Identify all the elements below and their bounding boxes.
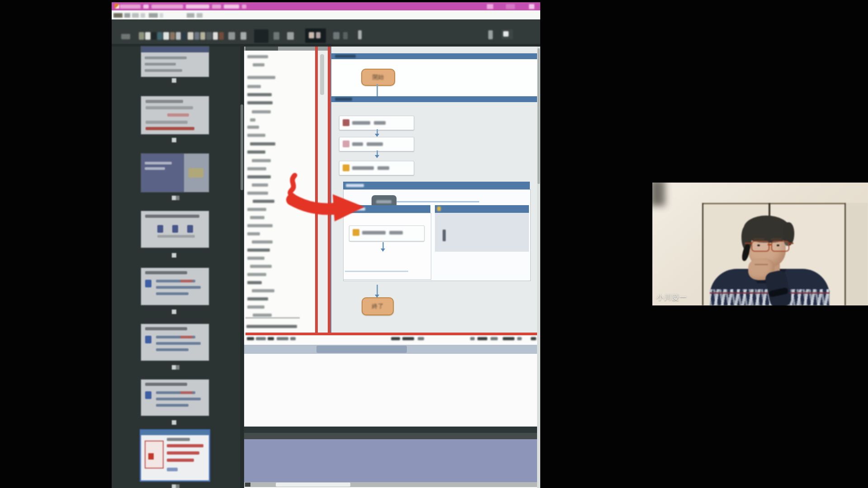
ribbon-icon[interactable] <box>213 32 218 40</box>
slide-thumbnail[interactable] <box>141 154 209 192</box>
close-button[interactable] <box>529 4 534 9</box>
slide-thumbnail-panel <box>112 47 244 488</box>
slide-thumbnail[interactable] <box>141 380 209 416</box>
slide-number-badge <box>172 365 176 370</box>
ribbon-icon[interactable] <box>163 32 169 40</box>
ribbon-icon[interactable] <box>200 32 205 40</box>
nested-scope-header[interactable] <box>343 182 530 189</box>
ribbon-icon[interactable] <box>121 34 130 39</box>
ribbon-icon[interactable] <box>188 32 193 40</box>
webcam-video-content <box>652 183 868 305</box>
maximize-button[interactable] <box>506 4 515 9</box>
ribbon-icon[interactable] <box>145 32 151 40</box>
toolbar-icon[interactable] <box>197 13 203 18</box>
ribbon-icon[interactable] <box>305 28 326 43</box>
ribbon-icon[interactable] <box>157 32 162 40</box>
ribbon-icon[interactable] <box>176 32 181 40</box>
outline-row <box>247 224 273 227</box>
activity-box[interactable] <box>339 137 414 151</box>
ribbon-icon[interactable] <box>219 32 224 40</box>
outline-divider <box>245 317 300 319</box>
toolbar-icon[interactable] <box>149 13 158 18</box>
minimize-button[interactable] <box>487 4 493 9</box>
ribbon-toolbar[interactable] <box>112 19 540 47</box>
door-gap-left <box>702 203 703 305</box>
outline-row <box>253 314 272 317</box>
slide-thumbnail[interactable] <box>141 211 209 248</box>
slide-number-badge <box>172 196 176 200</box>
horizontal-scrollbar-thumb[interactable] <box>276 483 350 487</box>
slide-badge-extra <box>176 196 179 200</box>
ribbon-icon[interactable] <box>287 32 294 40</box>
wall-right-strip <box>846 203 868 305</box>
flowchart-start-node[interactable]: 開始 <box>361 69 395 86</box>
ribbon-icon[interactable] <box>343 32 348 39</box>
outline-row <box>252 289 274 292</box>
ribbon-icon[interactable] <box>241 32 246 40</box>
outline-row <box>250 265 272 268</box>
ribbon-icon[interactable] <box>309 32 314 38</box>
slide-canvas[interactable]: 開始 <box>244 47 540 488</box>
eye-left <box>757 244 760 246</box>
status-blob <box>268 337 274 340</box>
outline-row <box>247 257 264 260</box>
ribbon-icon[interactable] <box>170 32 175 40</box>
window-titlebar[interactable] <box>112 2 540 10</box>
slide-thumbnail[interactable] <box>141 47 209 77</box>
ribbon-icon[interactable] <box>194 32 199 40</box>
ribbon-icon[interactable] <box>503 31 509 37</box>
ribbon-icon[interactable] <box>316 32 321 38</box>
ribbon-icon[interactable] <box>254 29 269 43</box>
inner-scrollbar-thumb[interactable] <box>320 54 324 95</box>
vertical-scrollbar-thumb[interactable] <box>538 48 540 184</box>
outline-row <box>252 159 271 162</box>
decision-false-connector <box>396 201 479 202</box>
slide-thumbnail[interactable] <box>141 96 209 134</box>
slide-thumbnail[interactable] <box>141 431 209 480</box>
slide-thumbnail[interactable] <box>141 324 209 361</box>
ribbon-icon[interactable] <box>151 32 156 40</box>
meeting-screen: 開始 <box>0 0 868 488</box>
ribbon-icon[interactable] <box>333 32 340 39</box>
toolbar-icon[interactable] <box>132 13 139 18</box>
outline-row <box>247 281 262 284</box>
connector-arrow <box>375 155 379 158</box>
activity-icon <box>343 119 349 126</box>
slide-number-badge <box>172 310 176 314</box>
false-branch-body <box>435 213 529 252</box>
slide-dark-band-2 <box>244 433 538 439</box>
ribbon-icon[interactable] <box>182 32 187 40</box>
thumbnail-scrollbar[interactable] <box>240 47 244 488</box>
toolbar-icon[interactable] <box>160 13 163 18</box>
branch-activity-box[interactable] <box>349 225 425 241</box>
ribbon-icon[interactable] <box>206 32 212 40</box>
toolbar-icon[interactable] <box>124 13 130 18</box>
webcam-video-tile[interactable]: 小川慶一 <box>652 183 868 305</box>
flowchart-end-node[interactable]: 終了 <box>362 297 394 315</box>
ribbon-icon[interactable] <box>228 32 235 40</box>
slide-number-badge <box>172 484 176 488</box>
connector-line <box>377 84 378 96</box>
false-branch-header[interactable] <box>435 205 529 213</box>
activity-icon <box>343 141 349 147</box>
toolbar-icon[interactable] <box>187 13 194 18</box>
ribbon-icon[interactable] <box>488 30 493 39</box>
window-title-blob <box>242 5 246 9</box>
window-title-blob <box>151 5 183 9</box>
activity-box[interactable] <box>339 116 414 130</box>
horizontal-scrollbar[interactable] <box>244 482 538 487</box>
vertical-scrollbar[interactable] <box>537 47 540 488</box>
activity-label-blob <box>374 121 386 125</box>
ribbon-icon[interactable] <box>139 32 144 40</box>
ribbon-icon[interactable] <box>274 32 279 40</box>
toolbar-icon[interactable] <box>141 13 145 18</box>
status-blob <box>256 337 266 340</box>
outline-row <box>247 305 264 309</box>
quick-access-toolbar[interactable] <box>112 10 540 19</box>
slide-thumbnail[interactable] <box>141 268 209 305</box>
outline-row <box>247 297 268 300</box>
end-node-label: 終了 <box>372 302 384 310</box>
toolbar-icon[interactable] <box>113 13 123 18</box>
ribbon-icon[interactable] <box>358 30 362 39</box>
thumbnail-scrollbar-thumb[interactable] <box>241 104 243 190</box>
